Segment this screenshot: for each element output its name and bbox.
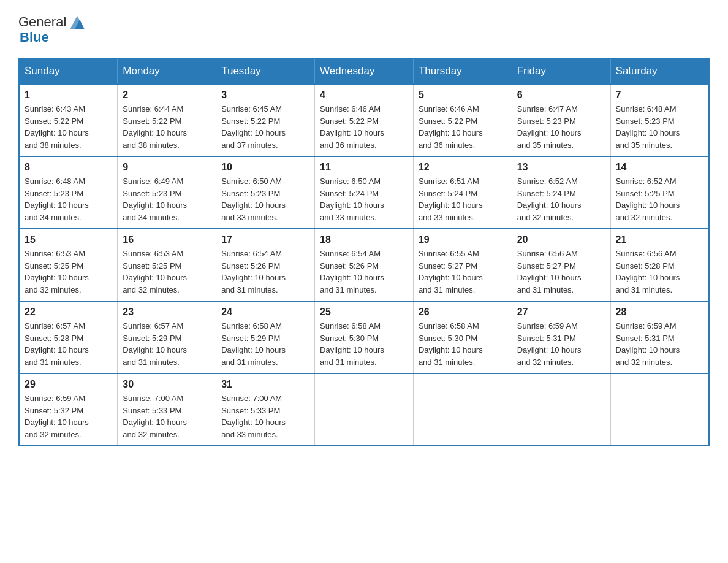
calendar-cell: 5 Sunrise: 6:46 AMSunset: 5:22 PMDayligh… [413,84,512,156]
day-info: Sunrise: 6:56 AMSunset: 5:28 PMDaylight:… [616,249,680,294]
calendar-cell: 24 Sunrise: 6:58 AMSunset: 5:29 PMDaylig… [216,301,315,373]
day-info: Sunrise: 6:52 AMSunset: 5:25 PMDaylight:… [616,177,680,222]
calendar-week-2: 8 Sunrise: 6:48 AMSunset: 5:23 PMDayligh… [19,156,709,229]
day-number: 6 [517,90,605,101]
day-number: 4 [320,90,408,101]
calendar-cell: 31 Sunrise: 7:00 AMSunset: 5:33 PMDaylig… [216,373,315,446]
day-info: Sunrise: 6:59 AMSunset: 5:31 PMDaylight:… [616,321,680,367]
day-number: 25 [320,307,408,318]
day-number: 19 [419,234,507,245]
calendar-cell [413,373,512,446]
calendar-cell: 21 Sunrise: 6:56 AMSunset: 5:28 PMDaylig… [610,229,709,301]
day-number: 22 [25,307,112,318]
logo-container: General Blue [18,12,87,45]
page-header: General Blue [18,12,710,45]
calendar-cell: 6 Sunrise: 6:47 AMSunset: 5:23 PMDayligh… [512,84,610,156]
day-info: Sunrise: 6:48 AMSunset: 5:23 PMDaylight:… [616,104,680,150]
calendar-cell: 3 Sunrise: 6:45 AMSunset: 5:22 PMDayligh… [216,84,315,156]
calendar-cell: 28 Sunrise: 6:59 AMSunset: 5:31 PMDaylig… [610,301,709,373]
day-number: 20 [517,234,605,245]
weekday-header-row: SundayMondayTuesdayWednesdayThursdayFrid… [19,58,709,84]
calendar-cell: 17 Sunrise: 6:54 AMSunset: 5:26 PMDaylig… [216,229,315,301]
day-info: Sunrise: 6:47 AMSunset: 5:23 PMDaylight:… [517,104,582,150]
weekday-header-sunday: Sunday [19,58,118,84]
day-number: 26 [419,307,507,318]
day-number: 18 [320,234,408,245]
weekday-header-saturday: Saturday [610,58,709,84]
calendar-cell: 7 Sunrise: 6:48 AMSunset: 5:23 PMDayligh… [610,84,709,156]
day-info: Sunrise: 6:54 AMSunset: 5:26 PMDaylight:… [221,249,286,294]
day-number: 31 [221,379,309,390]
day-info: Sunrise: 6:49 AMSunset: 5:23 PMDaylight:… [123,177,187,222]
day-info: Sunrise: 6:51 AMSunset: 5:24 PMDaylight:… [419,177,483,222]
day-number: 9 [123,162,211,173]
day-info: Sunrise: 6:59 AMSunset: 5:32 PMDaylight:… [25,394,89,439]
calendar-cell: 1 Sunrise: 6:43 AMSunset: 5:22 PMDayligh… [19,84,118,156]
day-info: Sunrise: 6:50 AMSunset: 5:23 PMDaylight:… [221,177,286,222]
day-info: Sunrise: 6:50 AMSunset: 5:24 PMDaylight:… [320,177,384,222]
day-info: Sunrise: 7:00 AMSunset: 5:33 PMDaylight:… [221,394,286,439]
day-info: Sunrise: 6:45 AMSunset: 5:22 PMDaylight:… [221,104,286,150]
day-info: Sunrise: 6:53 AMSunset: 5:25 PMDaylight:… [123,249,187,294]
calendar-cell [315,373,414,446]
day-info: Sunrise: 6:57 AMSunset: 5:29 PMDaylight:… [123,321,187,367]
weekday-header-wednesday: Wednesday [315,58,414,84]
day-number: 24 [221,307,309,318]
logo: General Blue [18,12,87,45]
day-info: Sunrise: 7:00 AMSunset: 5:33 PMDaylight:… [123,394,187,439]
day-info: Sunrise: 6:59 AMSunset: 5:31 PMDaylight:… [517,321,582,367]
calendar-table: SundayMondayTuesdayWednesdayThursdayFrid… [18,58,710,446]
calendar-week-1: 1 Sunrise: 6:43 AMSunset: 5:22 PMDayligh… [19,84,709,156]
day-number: 5 [419,90,507,101]
calendar-cell: 2 Sunrise: 6:44 AMSunset: 5:22 PMDayligh… [118,84,216,156]
day-info: Sunrise: 6:54 AMSunset: 5:26 PMDaylight:… [320,249,384,294]
day-number: 2 [123,90,211,101]
day-number: 16 [123,234,211,245]
day-info: Sunrise: 6:56 AMSunset: 5:27 PMDaylight:… [517,249,582,294]
day-info: Sunrise: 6:57 AMSunset: 5:28 PMDaylight:… [25,321,89,367]
calendar-cell: 29 Sunrise: 6:59 AMSunset: 5:32 PMDaylig… [19,373,118,446]
day-info: Sunrise: 6:53 AMSunset: 5:25 PMDaylight:… [25,249,89,294]
day-number: 15 [25,234,112,245]
calendar-cell: 26 Sunrise: 6:58 AMSunset: 5:30 PMDaylig… [413,301,512,373]
day-info: Sunrise: 6:58 AMSunset: 5:29 PMDaylight:… [221,321,286,367]
logo-triangle-icon [67,12,87,32]
calendar-cell: 30 Sunrise: 7:00 AMSunset: 5:33 PMDaylig… [118,373,216,446]
calendar-cell: 18 Sunrise: 6:54 AMSunset: 5:26 PMDaylig… [315,229,414,301]
day-number: 13 [517,162,605,173]
calendar-week-5: 29 Sunrise: 6:59 AMSunset: 5:32 PMDaylig… [19,373,709,446]
calendar-cell: 14 Sunrise: 6:52 AMSunset: 5:25 PMDaylig… [610,156,709,229]
logo-text-blue: Blue [20,29,49,45]
calendar-cell: 23 Sunrise: 6:57 AMSunset: 5:29 PMDaylig… [118,301,216,373]
day-number: 28 [616,307,703,318]
day-number: 1 [25,90,112,101]
day-number: 29 [25,379,112,390]
calendar-cell: 11 Sunrise: 6:50 AMSunset: 5:24 PMDaylig… [315,156,414,229]
day-number: 30 [123,379,211,390]
day-number: 11 [320,162,408,173]
calendar-cell: 16 Sunrise: 6:53 AMSunset: 5:25 PMDaylig… [118,229,216,301]
calendar-cell: 10 Sunrise: 6:50 AMSunset: 5:23 PMDaylig… [216,156,315,229]
calendar-cell: 20 Sunrise: 6:56 AMSunset: 5:27 PMDaylig… [512,229,610,301]
day-number: 23 [123,307,211,318]
weekday-header-tuesday: Tuesday [216,58,315,84]
day-number: 8 [25,162,112,173]
calendar-cell: 4 Sunrise: 6:46 AMSunset: 5:22 PMDayligh… [315,84,414,156]
calendar-cell: 12 Sunrise: 6:51 AMSunset: 5:24 PMDaylig… [413,156,512,229]
day-number: 14 [616,162,703,173]
calendar-cell: 15 Sunrise: 6:53 AMSunset: 5:25 PMDaylig… [19,229,118,301]
day-info: Sunrise: 6:58 AMSunset: 5:30 PMDaylight:… [320,321,384,367]
calendar-cell: 9 Sunrise: 6:49 AMSunset: 5:23 PMDayligh… [118,156,216,229]
day-number: 17 [221,234,309,245]
calendar-cell [610,373,709,446]
day-number: 12 [419,162,507,173]
calendar-cell: 22 Sunrise: 6:57 AMSunset: 5:28 PMDaylig… [19,301,118,373]
day-info: Sunrise: 6:58 AMSunset: 5:30 PMDaylight:… [419,321,483,367]
calendar-cell [512,373,610,446]
day-number: 21 [616,234,703,245]
calendar-cell: 13 Sunrise: 6:52 AMSunset: 5:24 PMDaylig… [512,156,610,229]
day-info: Sunrise: 6:46 AMSunset: 5:22 PMDaylight:… [320,104,384,150]
calendar-week-4: 22 Sunrise: 6:57 AMSunset: 5:28 PMDaylig… [19,301,709,373]
day-number: 3 [221,90,309,101]
logo-text-general: General [18,14,66,30]
